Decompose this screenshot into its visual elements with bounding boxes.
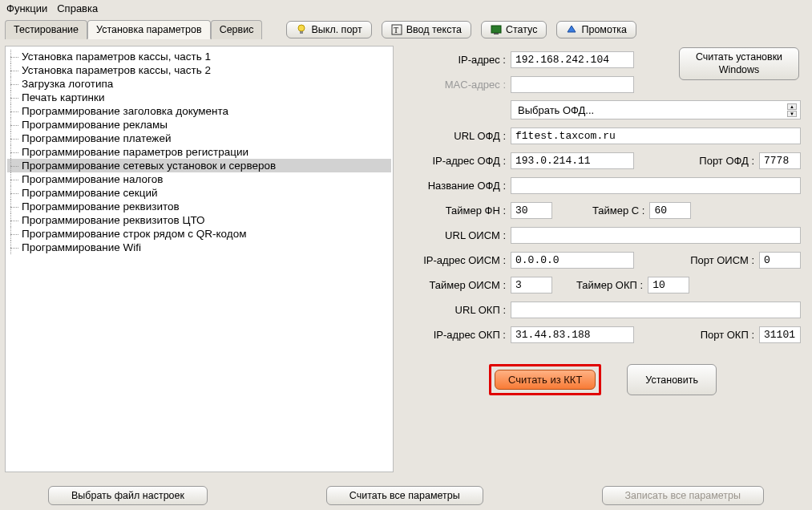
menu-help[interactable]: Справка xyxy=(57,2,98,14)
svg-text:T: T xyxy=(394,26,398,34)
timer-c-label: Таймер С : xyxy=(592,204,644,217)
timer-oism-label: Таймер ОИСМ : xyxy=(405,279,511,291)
write-all-button[interactable]: Записать все параметры xyxy=(602,486,764,505)
tree-item[interactable]: Установка параметров кассы, часть 2 xyxy=(7,63,391,77)
timer-fn-input[interactable] xyxy=(511,202,552,219)
tree-item[interactable]: Программирование параметров регистрации xyxy=(7,145,391,159)
install-button[interactable]: Установить xyxy=(627,364,717,395)
tab-testing[interactable]: Тестирование xyxy=(5,20,87,39)
url-ofd-label: URL ОФД : xyxy=(405,130,511,142)
rewind-icon xyxy=(566,24,577,35)
svg-marker-6 xyxy=(568,26,576,32)
url-okp-label: URL ОКП : xyxy=(405,304,511,316)
url-ofd-input[interactable] xyxy=(511,128,801,144)
timer-c-input[interactable] xyxy=(649,202,691,219)
rewind-button[interactable]: Промотка xyxy=(556,21,636,38)
menu-functions[interactable]: Функции xyxy=(6,2,47,14)
ip-ofd-label: IP-адрес ОФД : xyxy=(405,155,511,167)
svg-rect-4 xyxy=(491,26,501,33)
tree-item[interactable]: Программирование строк рядом с QR-кодом xyxy=(7,227,391,241)
ip-label: IP-адрес : xyxy=(405,54,511,66)
tree-item[interactable]: Программирование заголовка документа xyxy=(7,104,391,118)
ip-ofd-input[interactable] xyxy=(511,152,634,169)
svg-rect-5 xyxy=(494,33,499,34)
port-oism-label: Порт ОИСМ : xyxy=(690,254,754,266)
ip-oism-label: IP-адрес ОИСМ : xyxy=(405,254,511,266)
url-oism-label: URL ОИСМ : xyxy=(405,229,511,241)
timer-fn-label: Таймер ФН : xyxy=(405,204,511,217)
rewind-label: Промотка xyxy=(581,24,627,35)
tree-item[interactable]: Программирование рекламы xyxy=(7,118,391,132)
port-ofd-input[interactable] xyxy=(759,152,801,169)
name-ofd-label: Название ОФД : xyxy=(405,180,511,192)
ip-oism-input[interactable] xyxy=(511,252,634,269)
tree-item[interactable]: Загрузка логотипа xyxy=(7,77,391,91)
port-off-button[interactable]: Выкл. порт xyxy=(286,21,371,38)
select-ofd[interactable]: Выбрать ОФД... ▲▼ xyxy=(511,100,801,119)
svg-rect-1 xyxy=(300,31,303,34)
tree-item[interactable]: Программирование налогов xyxy=(7,172,391,186)
text-input-label: Ввод текста xyxy=(406,24,462,35)
port-okp-input[interactable] xyxy=(759,326,801,343)
status-icon xyxy=(491,24,502,35)
url-oism-input[interactable] xyxy=(511,227,801,244)
tree-item[interactable]: Программирование реквизитов xyxy=(7,200,391,213)
read-all-button[interactable]: Считать все параметры xyxy=(326,486,483,505)
read-windows-button[interactable]: Считать установки Windows xyxy=(679,47,799,80)
ip-input[interactable] xyxy=(511,51,634,68)
status-label: Статус xyxy=(506,24,538,35)
tree-item[interactable]: Программирование сетевых установок и сер… xyxy=(7,159,391,172)
tree-item[interactable]: Программирование Wifi xyxy=(7,241,391,254)
select-ofd-label: Выбрать ОФД... xyxy=(518,104,594,116)
port-okp-label: Порт ОКП : xyxy=(701,329,754,341)
ip-okp-label: IP-адрес ОКП : xyxy=(405,329,511,341)
port-ofd-label: Порт ОФД : xyxy=(699,155,754,167)
tree-item[interactable]: Программирование секций xyxy=(7,186,391,200)
timer-oism-input[interactable] xyxy=(511,277,552,293)
tree-item[interactable]: Печать картинки xyxy=(7,91,391,104)
port-oism-input[interactable] xyxy=(759,252,801,269)
tree-item[interactable]: Установка параметров кассы, часть 1 xyxy=(7,50,391,63)
tree-item[interactable]: Программирование платежей xyxy=(7,132,391,145)
timer-okp-input[interactable] xyxy=(648,277,689,293)
name-ofd-input[interactable] xyxy=(511,177,801,194)
port-off-label: Выкл. порт xyxy=(311,24,362,35)
spinner-icon[interactable]: ▲▼ xyxy=(787,103,797,117)
tree-panel[interactable]: Установка параметров кассы, часть 1Устан… xyxy=(5,46,394,472)
text-input-button[interactable]: T Ввод текста xyxy=(382,21,471,38)
tab-service[interactable]: Сервис xyxy=(211,20,263,39)
url-okp-input[interactable] xyxy=(511,302,801,318)
bulb-icon xyxy=(296,24,307,35)
choose-file-button[interactable]: Выбрать файл настроек xyxy=(48,486,208,505)
highlight-read-kkt: Считать из ККТ xyxy=(489,364,601,395)
timer-okp-label: Таймер ОКП : xyxy=(576,279,643,291)
svg-point-0 xyxy=(298,25,305,31)
ip-okp-input[interactable] xyxy=(511,326,634,343)
mac-label: MAC-адрес : xyxy=(405,79,511,91)
status-button[interactable]: Статус xyxy=(481,21,547,38)
read-kkt-button[interactable]: Считать из ККТ xyxy=(495,370,596,390)
tab-params[interactable]: Установка параметров xyxy=(87,20,211,39)
tree-item[interactable]: Программирование реквизитов ЦТО xyxy=(7,213,391,227)
text-icon: T xyxy=(391,24,402,35)
mac-input[interactable] xyxy=(511,76,634,93)
